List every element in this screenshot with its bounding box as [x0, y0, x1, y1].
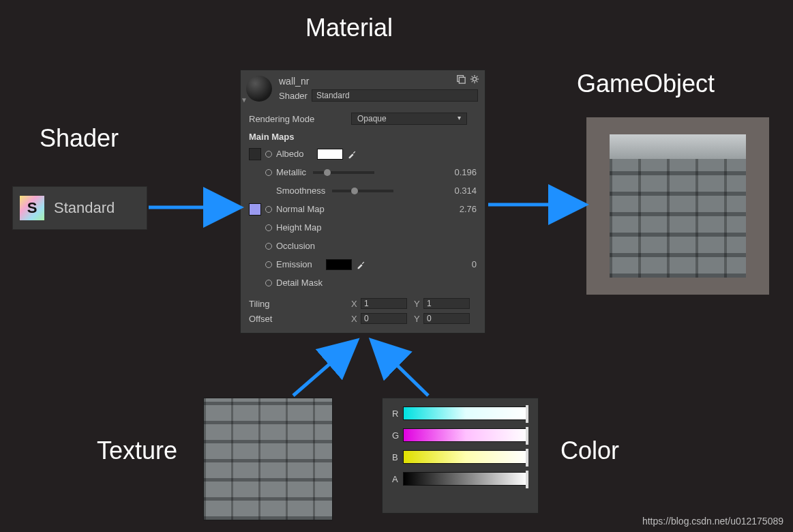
material-name: wall_nr: [279, 76, 478, 87]
open-reference-icon[interactable]: [456, 74, 466, 84]
cube-front-face: [610, 159, 746, 278]
object-picker-icon[interactable]: [265, 169, 272, 176]
svg-line-10: [472, 81, 473, 83]
albedo-label: Albedo: [276, 149, 303, 159]
emission-label: Emission: [276, 259, 312, 269]
albedo-color-swatch[interactable]: [317, 149, 343, 160]
cube-mesh: [610, 134, 746, 278]
metallic-slider[interactable]: [313, 171, 374, 174]
foldout-icon[interactable]: ▼: [241, 96, 248, 104]
channel-slider-g[interactable]: [403, 428, 528, 442]
normal-value[interactable]: 2.76: [443, 204, 477, 214]
channel-label: G: [392, 430, 403, 441]
channel-slider-a[interactable]: [403, 472, 528, 486]
emission-color-swatch[interactable]: [326, 259, 352, 270]
shader-dropdown-value: Standard: [316, 91, 350, 100]
channel-slider-r[interactable]: [403, 407, 528, 420]
normal-texture-slot[interactable]: [249, 203, 261, 216]
svg-rect-1: [459, 77, 465, 83]
axis-x-label: X: [351, 299, 361, 309]
label-texture: Texture: [97, 437, 177, 465]
gear-icon[interactable]: [470, 74, 479, 84]
shader-asset-name: Standard: [54, 199, 115, 217]
label-material: Material: [305, 14, 393, 42]
label-gameobject: GameObject: [577, 70, 715, 98]
main-maps-header: Main Maps: [249, 132, 477, 142]
shader-label: Shader: [279, 91, 308, 101]
emission-value[interactable]: 0: [443, 259, 477, 269]
smoothness-label: Smoothness: [276, 186, 325, 196]
normal-label: Normal Map: [276, 204, 325, 214]
shader-asset-row[interactable]: S Standard: [12, 186, 147, 230]
object-picker-icon[interactable]: [265, 224, 272, 231]
color-picker-panel: R G B A: [382, 398, 539, 514]
axis-x-label: X: [351, 314, 361, 324]
shader-file-icon: S: [20, 196, 44, 220]
object-picker-icon[interactable]: [265, 151, 272, 158]
label-color: Color: [560, 437, 619, 465]
smoothness-slider[interactable]: [332, 190, 393, 192]
albedo-texture-slot[interactable]: [249, 148, 261, 160]
tiling-y-input[interactable]: 1: [423, 298, 470, 309]
smoothness-value[interactable]: 0.314: [443, 186, 477, 196]
channel-label: B: [392, 452, 403, 462]
object-picker-icon[interactable]: [265, 243, 272, 250]
object-picker-icon[interactable]: [265, 206, 272, 213]
channel-row-b: B: [392, 450, 528, 464]
material-preview-sphere: [246, 76, 272, 102]
height-label: Height Map: [276, 222, 321, 233]
svg-point-2: [473, 77, 476, 80]
offset-x-input[interactable]: 0: [361, 313, 407, 324]
channel-slider-b[interactable]: [403, 450, 528, 464]
shader-dropdown[interactable]: Standard: [312, 89, 478, 102]
channel-label: A: [392, 474, 403, 484]
metallic-label: Metallic: [276, 167, 306, 177]
tiling-label: Tiling: [249, 299, 351, 309]
material-inspector-panel: ▼ wall_nr Shader Standard Rendering Mode: [240, 70, 485, 334]
svg-line-9: [477, 76, 478, 78]
eyedropper-icon[interactable]: [356, 260, 365, 269]
gameobject-preview: [586, 117, 769, 295]
axis-y-label: Y: [414, 314, 423, 324]
channel-row-g: G: [392, 428, 528, 442]
texture-asset-thumbnail[interactable]: [203, 398, 333, 520]
svg-line-7: [472, 76, 473, 78]
cube-top-face: [610, 134, 746, 159]
object-picker-icon[interactable]: [265, 261, 272, 268]
offset-label: Offset: [249, 314, 351, 324]
object-picker-icon[interactable]: [265, 280, 272, 286]
chevron-down-icon: ▾: [458, 114, 461, 123]
eyedropper-icon[interactable]: [347, 149, 357, 159]
offset-y-input[interactable]: 0: [423, 313, 470, 324]
svg-line-8: [477, 81, 478, 83]
channel-label: R: [392, 409, 403, 419]
channel-row-r: R: [392, 407, 528, 420]
tiling-x-input[interactable]: 1: [361, 298, 407, 309]
rendering-mode-dropdown[interactable]: Opaque ▾: [351, 113, 467, 125]
rendering-mode-value: Opaque: [357, 114, 387, 123]
axis-y-label: Y: [414, 299, 423, 309]
label-shader: Shader: [40, 124, 119, 153]
arrow-color-to-material: [374, 342, 428, 396]
metallic-value[interactable]: 0.196: [443, 167, 477, 177]
detail-label: Detail Mask: [276, 278, 323, 288]
inspector-header: ▼ wall_nr Shader Standard: [241, 70, 485, 104]
arrow-texture-to-material: [293, 342, 355, 396]
occlusion-label: Occlusion: [276, 241, 315, 251]
watermark-text: https://blog.csdn.net/u012175089: [642, 516, 783, 527]
rendering-mode-label: Rendering Mode: [249, 114, 351, 124]
channel-row-a: A: [392, 472, 528, 486]
